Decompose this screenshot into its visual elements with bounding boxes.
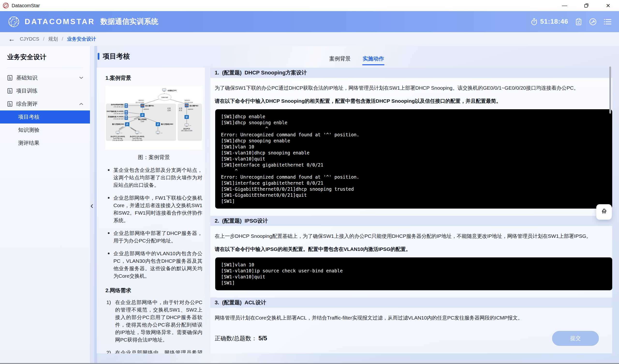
score-value: 5/5 (258, 335, 267, 342)
remote-pc-label: 出差员工PC (168, 90, 177, 92)
figure-caption: 图：案例背景 (105, 154, 203, 161)
sidebar-divider (7, 68, 83, 68)
question-1-heading: 1. (配置题) DHCP Snooping方案设计 (210, 68, 612, 78)
fw2-port-down: GE0/0/6 (188, 108, 193, 110)
sw2-pc-dots: ··· (161, 132, 163, 134)
exam-footer: 正确数/总题数：5/5 提交 (215, 331, 599, 346)
pc2-dots: ··· (140, 132, 142, 134)
case-topology-diagram: Internet 出差员工PC 防火墙FW1 GE0/0/1 10.0.12.1… (105, 85, 203, 150)
partner-server-icon (125, 103, 128, 108)
sidebar-item-training[interactable]: 项目训练 (0, 84, 90, 98)
pc1-sublabel: DHCP客户端 (113, 138, 122, 140)
app-header: DATACOMSTAR 数据通信实训系统 51:18:46 (0, 11, 619, 32)
branch-zone-label-2: 分支 (179, 110, 182, 112)
fw1-port-up: GE0/0/1 (138, 99, 144, 101)
tools-button[interactable] (589, 18, 597, 26)
questions-panel: 1. (配置题) DHCP Snooping方案设计 为了确保SW1下联的办公P… (210, 68, 612, 353)
remote-pc-icon (163, 89, 166, 92)
score-summary: 正确数/总题数：5/5 (215, 335, 267, 342)
stopwatch-icon (531, 18, 538, 26)
sidebar-item-label: 项目训练 (16, 87, 84, 95)
tab-case-background[interactable]: 案例背景 (329, 55, 351, 65)
partner-label: 合作伙伴协作系统 (111, 104, 124, 106)
pc3-dots: ··· (189, 125, 191, 127)
fw1-ip: 10.0.12.1/24 (136, 101, 144, 103)
sw1-icon (125, 122, 129, 126)
breadcrumb-item[interactable]: CJYDCS (20, 36, 39, 42)
core-switch-icon (140, 113, 145, 117)
branch-zone-label-1: 企业 (179, 107, 182, 109)
sidebar-item-assessment[interactable]: 综合测评 (0, 98, 90, 111)
requirement-number: 1) (106, 298, 115, 343)
restore-icon (583, 3, 589, 8)
submit-button[interactable]: 提交 (552, 331, 599, 346)
os-titlebar: DatacomStar — × (0, 0, 619, 11)
requirement-item: 1) 在企业总部网络中，由于针对办公PC的管理不规范，交换机SW1、SW2上接入… (106, 298, 202, 343)
question-3-intro: 网络管理员计划在Core交换机上部署ACL，并结合Traffic-filter实… (215, 314, 607, 321)
app-window: DatacomStar — × DATACOMSTAR (0, 0, 619, 364)
menu-list-button[interactable] (604, 18, 611, 25)
heading-accent-bar (98, 53, 99, 60)
core-label: 核心交换机 (138, 118, 147, 120)
pc1-label: 办公PC1 (VLAN10) (110, 136, 125, 138)
case-bullet-list: 某企业包含企业总部及分支两个站点，这两个站点均部署了出口防火墙作为对应站点的出口… (107, 166, 202, 280)
hq-zone-label-2: 总部 (167, 110, 171, 112)
app-logo-icon (2, 2, 9, 9)
header-actions: 51:18:46 (531, 18, 619, 26)
restore-button[interactable] (576, 0, 597, 11)
sidebar: 业务安全设计 基础知识 项目训练 (0, 46, 90, 364)
collapse-sidebar-handle[interactable]: ‹ (89, 201, 95, 210)
pc3-ip: 192.168.10.0/24 (181, 130, 193, 131)
fw1-label: 防火墙FW1 (145, 105, 154, 107)
firewall-fw2-icon (185, 103, 189, 107)
breadcrumb: ← CJYDCS / 规划 / 业务安全设计 (0, 32, 619, 46)
back-button[interactable]: ← (7, 36, 16, 42)
sidebar-subitem-knowledge-quiz[interactable]: 知识测验 (0, 124, 90, 137)
tab-implementation[interactable]: 实施动作 (362, 55, 384, 65)
report-icon (575, 18, 582, 26)
question-3-heading: 3. (配置题) ACL设计 (210, 297, 612, 308)
close-button[interactable]: × (597, 0, 619, 11)
dhcp-server-ip: 172.16.30.1/24 (114, 113, 124, 114)
question-2-task: 请在以下命令行中输入IPSG的相关配置。配置中需包含在VLAN10内激活IPSG… (215, 246, 607, 252)
list-icon (604, 18, 611, 25)
brand: DATACOMSTAR 数据通信实训系统 (0, 15, 158, 28)
breadcrumb-item[interactable]: 规划 (48, 36, 58, 42)
sidebar-subitem-project-exam[interactable]: 项目考核 (0, 111, 90, 124)
report-button[interactable] (575, 18, 582, 26)
view-tabs: 案例背景 实施动作 (329, 55, 384, 65)
titlebar-left: DatacomStar (0, 2, 40, 9)
question-2-heading: 2. (配置题) IPSG设计 (210, 216, 612, 226)
wrench-icon (589, 18, 597, 26)
document-icon (7, 75, 13, 81)
other-server-label: 其他服务器 (VLAN30) (108, 116, 124, 118)
firewall-fw1-icon (141, 104, 144, 108)
breadcrumb-current: 业务安全设计 (67, 36, 96, 42)
core-sublabel: Core (141, 121, 144, 122)
exam-timer: 51:18:46 (531, 18, 568, 26)
sidebar-item-basics[interactable]: 基础知识 (0, 71, 90, 84)
pc2-ip: 172.16.10.Y/24 (132, 140, 142, 141)
terminal-console-2[interactable]: [SW1]vlan 10 [SW1-vlan10]ip source check… (215, 257, 612, 290)
sidebar-title: 业务安全设计 (7, 53, 90, 61)
case-background-panel: 1.案例背景 (97, 68, 205, 353)
sw2-label: 接入交换机SW2 (161, 123, 173, 125)
broom-icon (600, 208, 608, 216)
timer-value: 51:18:46 (540, 18, 568, 25)
terminal-console-1[interactable]: [SW1]dhcp enable [SW1]dhcp snooping enbl… (215, 109, 612, 209)
case-bullet: 企业总部网络中部署了DHCP服务器，用于为办公PC分配IP地址。 (107, 229, 202, 244)
sidebar-subitem-results[interactable]: 测评结果 (0, 137, 90, 150)
branch-switch-icon (184, 115, 189, 119)
question-2-intro: 在上一步DHCP Snooping配置基础上，为了确保SW1上接入的办公PC只能… (215, 233, 607, 239)
internet-cloud-label: Internet (161, 96, 168, 98)
minimize-button[interactable]: — (554, 0, 576, 11)
window-bottom-frame (0, 363, 619, 364)
sidebar-item-label: 综合测评 (16, 100, 75, 108)
question-1-intro: 为了确保SW1下联的办公PC通过DHCP获取合法的IP地址，网络管理员计划在SW… (215, 84, 607, 91)
chevron-down-icon (79, 76, 84, 79)
pc3-label: 办公PC3 (183, 128, 190, 130)
fw2-ip: 10.0.21.2/24 (184, 101, 193, 103)
clear-console-button[interactable] (596, 204, 612, 220)
requirement-text: 在企业总部网络中，网络管理员希望SW1上接入的办公PC只能使用DHCP服务器分配… (115, 349, 202, 353)
scrollbar-thumb[interactable] (609, 67, 611, 114)
